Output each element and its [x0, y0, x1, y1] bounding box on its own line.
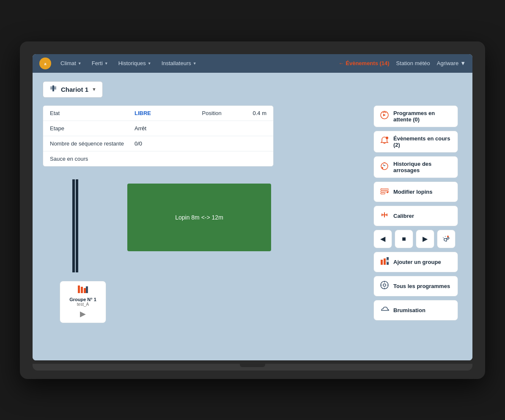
sequence-value: 0/0	[134, 140, 266, 147]
status-row-sequence: Nombre de séquence restante 0/0	[43, 136, 273, 151]
laptop-notch	[240, 364, 265, 367]
chevron-down-icon: ▼	[460, 60, 466, 66]
chevron-down-icon: ▼	[78, 61, 82, 66]
programmes-icon	[380, 110, 389, 122]
svg-rect-7	[81, 287, 83, 293]
agriware-menu[interactable]: Agriware ▼	[437, 60, 466, 66]
position-label: Position	[202, 110, 252, 116]
spray-button[interactable]	[437, 230, 456, 248]
tous-programmes-icon	[380, 280, 389, 292]
svg-rect-15	[381, 191, 388, 192]
events-badge[interactable]: ← Évènements (14)	[338, 60, 389, 66]
etat-label: Etat	[50, 110, 134, 116]
logo: a	[39, 58, 51, 69]
lopin-block: Lopin 8m <-> 12m	[127, 184, 271, 251]
rail-right	[76, 179, 78, 272]
modifier-lopins-button[interactable]: Modifier lopins	[373, 181, 458, 202]
rewind-button[interactable]: ◀	[373, 230, 392, 248]
laptop-base	[33, 364, 472, 371]
etat-value: LIBRE	[134, 110, 202, 116]
panel-layout: Etat LIBRE Position 0.4 m Etape Arrêt No…	[43, 105, 462, 321]
svg-rect-23	[384, 258, 386, 265]
group-card[interactable]: Groupe N° 1 test_A ▶	[60, 281, 106, 323]
station-meteo-link[interactable]: Station météo	[396, 60, 430, 66]
stop-icon: ■	[402, 235, 406, 243]
brumisation-icon	[380, 305, 389, 316]
svg-rect-9	[86, 286, 88, 293]
sauce-label: Sauce en cours	[50, 156, 134, 162]
navbar: a Climat ▼ Ferti ▼ Historiques ▼ Install…	[33, 54, 472, 73]
chariot-icon	[49, 84, 58, 95]
status-table: Etat LIBRE Position 0.4 m Etape Arrêt No…	[43, 105, 274, 167]
svg-point-11	[386, 137, 388, 139]
chevron-down-icon: ▼	[148, 61, 151, 66]
nav-installateurs[interactable]: Installateurs ▼	[157, 58, 201, 69]
spray-icon	[442, 234, 450, 243]
programmes-attente-button[interactable]: Programmes en attente (0)	[373, 105, 458, 127]
svg-rect-8	[84, 288, 86, 293]
position-value: 0.4 m	[252, 110, 266, 116]
brumisation-button[interactable]: Brumisation	[373, 300, 458, 321]
group-bars-icon	[66, 285, 100, 295]
calibrer-button[interactable]: Calibrer	[373, 206, 458, 226]
rewind-icon: ◀	[380, 235, 385, 243]
navbar-right: ← Évènements (14) Station météo Agriware…	[338, 60, 466, 66]
svg-rect-14	[381, 189, 388, 190]
svg-point-21	[447, 236, 449, 237]
modifier-icon	[380, 186, 389, 198]
etape-value: Arrêt	[134, 125, 266, 132]
play-icon: ▶	[423, 235, 428, 243]
svg-rect-6	[78, 285, 80, 293]
historique-icon	[380, 161, 389, 173]
chevron-down-icon: ▼	[92, 87, 96, 92]
evenements-cours-button[interactable]: Évènements en cours (2)	[373, 131, 458, 153]
svg-rect-22	[381, 260, 383, 265]
tous-programmes-button[interactable]: Tous les programmes	[373, 276, 458, 296]
playback-controls: ◀ ■ ▶	[373, 230, 458, 248]
svg-rect-4	[52, 85, 53, 91]
svg-point-13	[381, 167, 383, 169]
nav-climat[interactable]: Climat ▼	[56, 58, 86, 69]
ajouter-groupe-button[interactable]: Ajouter un groupe	[373, 252, 458, 272]
calibrer-icon	[380, 210, 389, 222]
right-panel: Programmes en attente (0) Évènements en …	[373, 105, 462, 321]
group-play-button[interactable]: ▶	[66, 309, 100, 318]
ajouter-icon	[380, 256, 389, 268]
nav-historiques[interactable]: Historiques ▼	[114, 58, 156, 69]
sequence-label: Nombre de séquence restante	[50, 140, 134, 147]
group-name: Groupe N° 1	[66, 297, 100, 302]
panel-left: Etat LIBRE Position 0.4 m Etape Arrêt No…	[43, 105, 367, 321]
nav-ferti[interactable]: Ferti ▼	[88, 58, 113, 69]
stop-button[interactable]: ■	[395, 230, 413, 248]
chariot-selector[interactable]: Chariot 1 ▼	[43, 81, 103, 98]
status-row-etape: Etape Arrêt	[43, 121, 273, 136]
historique-arrosages-button[interactable]: Historique des arrosages	[373, 156, 458, 178]
play-button[interactable]: ▶	[416, 230, 434, 248]
status-row-sauce: Sauce en cours	[43, 151, 273, 166]
rail-left	[72, 179, 75, 272]
svg-rect-16	[381, 193, 385, 194]
etape-label: Etape	[50, 125, 134, 132]
svg-rect-5	[53, 85, 54, 91]
main-content: Chariot 1 ▼ Etat LIBRE Position 0.4 m	[33, 73, 472, 360]
group-sub: test_A	[66, 302, 100, 307]
chevron-down-icon: ▼	[193, 61, 197, 66]
chevron-down-icon: ▼	[104, 61, 108, 66]
viz-area: Lopin 8m <-> 12m	[43, 175, 367, 294]
evenements-icon	[380, 136, 389, 147]
status-row-etat: Etat LIBRE Position 0.4 m	[43, 106, 273, 121]
arrow-left-icon: ←	[338, 60, 344, 66]
svg-point-28	[383, 284, 386, 286]
